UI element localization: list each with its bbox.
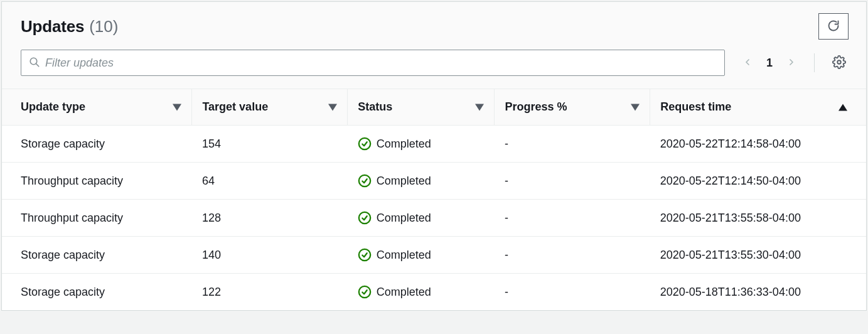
status-text: Completed	[377, 137, 431, 151]
svg-point-9	[359, 175, 370, 186]
search-icon	[29, 57, 40, 70]
cell-target-value: 154	[192, 126, 348, 163]
cell-progress: -	[495, 163, 650, 200]
sort-down-icon	[631, 104, 640, 111]
column-header-progress[interactable]: Progress %	[495, 89, 650, 126]
sort-down-icon	[328, 104, 337, 111]
cell-status: Completed	[348, 237, 495, 274]
check-circle-icon	[358, 285, 372, 299]
svg-marker-3	[173, 104, 181, 110]
column-label: Progress %	[505, 100, 567, 114]
cell-progress: -	[495, 126, 650, 163]
table-row: Storage capacity140Completed-2020-05-21T…	[2, 237, 866, 274]
chevron-left-icon	[742, 55, 753, 71]
cell-update-type: Storage capacity	[2, 274, 192, 311]
filter-wrap[interactable]	[21, 50, 725, 76]
column-header-request-time[interactable]: Request time	[650, 89, 866, 126]
page-count: (10)	[89, 17, 118, 36]
cell-progress: -	[495, 200, 650, 237]
cell-status: Completed	[348, 126, 495, 163]
cell-target-value: 140	[192, 237, 348, 274]
svg-point-11	[359, 249, 370, 261]
status-text: Completed	[377, 175, 431, 188]
check-circle-icon	[358, 211, 372, 225]
refresh-button[interactable]	[818, 13, 849, 40]
sort-down-icon	[475, 104, 484, 111]
column-header-status[interactable]: Status	[348, 89, 495, 126]
cell-update-type: Storage capacity	[2, 237, 192, 274]
cell-update-type: Storage capacity	[2, 126, 192, 163]
cell-status: Completed	[348, 163, 495, 200]
column-label: Target value	[202, 100, 268, 114]
table-row: Throughput capacity64Completed-2020-05-2…	[2, 163, 866, 200]
column-label: Request time	[660, 100, 731, 114]
chevron-right-icon	[786, 55, 796, 71]
sort-up-icon	[839, 104, 847, 111]
cell-request-time: 2020-05-22T12:14:58-04:00	[650, 126, 866, 163]
updates-table: Update type Target value	[2, 89, 866, 310]
settings-button[interactable]	[830, 53, 849, 73]
table-header-row: Update type Target value	[2, 89, 866, 126]
cell-status: Completed	[348, 200, 495, 237]
title-area: Updates (10)	[21, 17, 118, 36]
svg-line-1	[36, 63, 39, 67]
table-row: Storage capacity154Completed-2020-05-22T…	[2, 126, 866, 163]
cell-progress: -	[495, 237, 650, 274]
toolbar-row: 1	[2, 46, 866, 89]
refresh-icon	[827, 19, 840, 34]
check-circle-icon	[358, 248, 372, 262]
cell-update-type: Throughput capacity	[2, 200, 192, 237]
cell-update-type: Throughput capacity	[2, 163, 192, 200]
updates-panel: Updates (10)	[1, 1, 867, 311]
page-number: 1	[766, 57, 773, 70]
panel-header-area: Updates (10)	[2, 2, 866, 89]
cell-request-time: 2020-05-21T13:55:58-04:00	[650, 200, 866, 237]
cell-target-value: 122	[192, 274, 348, 311]
cell-status: Completed	[348, 274, 495, 311]
prev-page-button[interactable]	[740, 53, 755, 73]
column-header-update-type[interactable]: Update type	[2, 89, 192, 126]
next-page-button[interactable]	[784, 53, 799, 73]
svg-marker-6	[631, 104, 640, 110]
toolbar-divider	[814, 53, 815, 72]
column-label: Status	[358, 100, 392, 114]
table-row: Storage capacity122Completed-2020-05-18T…	[2, 274, 866, 311]
svg-point-10	[359, 212, 370, 224]
table-body: Storage capacity154Completed-2020-05-22T…	[2, 126, 866, 311]
check-circle-icon	[358, 174, 372, 188]
column-label: Update type	[21, 100, 85, 114]
status-text: Completed	[377, 249, 431, 262]
sort-down-icon	[173, 104, 181, 111]
svg-point-8	[359, 138, 370, 149]
cell-request-time: 2020-05-22T12:14:50-04:00	[650, 163, 866, 200]
cell-progress: -	[495, 274, 650, 311]
pagination: 1	[740, 53, 799, 73]
cell-request-time: 2020-05-18T11:36:33-04:00	[650, 274, 866, 311]
filter-input[interactable]	[45, 57, 717, 70]
svg-marker-7	[839, 104, 847, 110]
page-title: Updates	[21, 17, 84, 36]
svg-point-12	[359, 286, 370, 298]
gear-icon	[832, 55, 846, 71]
cell-target-value: 64	[192, 163, 348, 200]
table-row: Throughput capacity128Completed-2020-05-…	[2, 200, 866, 237]
check-circle-icon	[358, 137, 372, 151]
header-row: Updates (10)	[2, 2, 866, 46]
svg-marker-5	[475, 104, 484, 110]
svg-point-2	[837, 60, 841, 64]
cell-request-time: 2020-05-21T13:55:30-04:00	[650, 237, 866, 274]
status-text: Completed	[377, 212, 431, 225]
cell-target-value: 128	[192, 200, 348, 237]
status-text: Completed	[377, 286, 431, 299]
column-header-target-value[interactable]: Target value	[192, 89, 348, 126]
svg-marker-4	[328, 104, 337, 110]
